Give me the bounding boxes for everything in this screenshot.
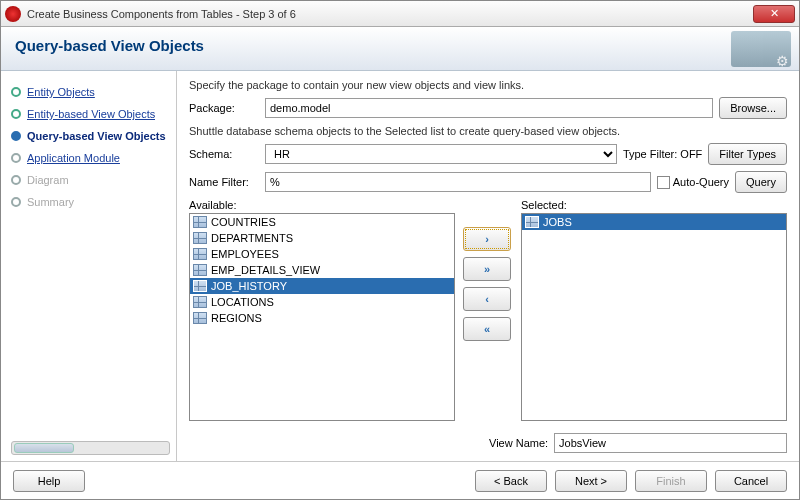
query-button[interactable]: Query xyxy=(735,171,787,193)
table-icon xyxy=(193,264,207,276)
name-filter-input[interactable] xyxy=(265,172,651,192)
step-label[interactable]: Query-based View Objects xyxy=(27,130,166,142)
table-icon xyxy=(193,312,207,324)
step-label: Diagram xyxy=(27,174,69,186)
list-item[interactable]: JOBS xyxy=(522,214,786,230)
table-icon xyxy=(193,232,207,244)
list-item-label: COUNTRIES xyxy=(211,216,276,228)
name-filter-label: Name Filter: xyxy=(189,176,259,188)
list-item-label: JOBS xyxy=(543,216,572,228)
move-all-right-button[interactable]: » xyxy=(463,257,511,281)
list-item-label: DEPARTMENTS xyxy=(211,232,293,244)
list-item[interactable]: DEPARTMENTS xyxy=(190,230,454,246)
filter-types-button[interactable]: Filter Types xyxy=(708,143,787,165)
table-icon xyxy=(193,216,207,228)
list-item[interactable]: EMP_DETAILS_VIEW xyxy=(190,262,454,278)
titlebar: Create Business Components from Tables -… xyxy=(1,1,799,27)
table-icon xyxy=(193,280,207,292)
view-name-input[interactable] xyxy=(554,433,787,453)
list-item[interactable]: LOCATIONS xyxy=(190,294,454,310)
available-label: Available: xyxy=(189,199,455,211)
step-indicator-icon xyxy=(11,197,21,207)
selected-label: Selected: xyxy=(521,199,787,211)
window-title: Create Business Components from Tables -… xyxy=(27,8,753,20)
list-item[interactable]: REGIONS xyxy=(190,310,454,326)
available-list[interactable]: COUNTRIESDEPARTMENTSEMPLOYEESEMP_DETAILS… xyxy=(189,213,455,421)
table-icon xyxy=(525,216,539,228)
move-right-button[interactable]: › xyxy=(463,227,511,251)
auto-query-checkbox[interactable]: Auto-Query xyxy=(657,176,729,189)
step-indicator-icon xyxy=(11,153,21,163)
table-icon xyxy=(193,296,207,308)
wizard-step: Summary xyxy=(11,191,170,213)
app-icon xyxy=(5,6,21,22)
scrollbar-thumb[interactable] xyxy=(14,443,74,453)
list-item-label: REGIONS xyxy=(211,312,262,324)
schema-select[interactable]: HR xyxy=(265,144,617,164)
step-indicator-icon xyxy=(11,131,21,141)
type-filter-label: Type Filter: OFF xyxy=(623,148,702,160)
list-item-label: LOCATIONS xyxy=(211,296,274,308)
step-indicator-icon xyxy=(11,87,21,97)
wizard-step: Diagram xyxy=(11,169,170,191)
selected-list[interactable]: JOBS xyxy=(521,213,787,421)
wizard-step[interactable]: Application Module xyxy=(11,147,170,169)
help-button[interactable]: Help xyxy=(13,470,85,492)
finish-button[interactable]: Finish xyxy=(635,470,707,492)
list-item-label: EMP_DETAILS_VIEW xyxy=(211,264,320,276)
step-label[interactable]: Application Module xyxy=(27,152,120,164)
move-left-button[interactable]: ‹ xyxy=(463,287,511,311)
package-input[interactable] xyxy=(265,98,713,118)
wizard-footer: Help < Back Next > Finish Cancel xyxy=(1,461,799,499)
schema-label: Schema: xyxy=(189,148,259,160)
back-button[interactable]: < Back xyxy=(475,470,547,492)
sidebar-scrollbar[interactable] xyxy=(11,441,170,455)
step-indicator-icon xyxy=(11,109,21,119)
move-all-left-button[interactable]: « xyxy=(463,317,511,341)
package-description: Specify the package to contain your new … xyxy=(189,79,787,91)
view-name-label: View Name: xyxy=(489,437,548,449)
wizard-step[interactable]: Query-based View Objects xyxy=(11,125,170,147)
step-label[interactable]: Entity-based View Objects xyxy=(27,108,155,120)
wizard-header: Query-based View Objects xyxy=(1,27,799,71)
wizard-step[interactable]: Entity-based View Objects xyxy=(11,103,170,125)
shuttle-description: Shuttle database schema objects to the S… xyxy=(189,125,787,137)
list-item[interactable]: EMPLOYEES xyxy=(190,246,454,262)
header-decoration-icon xyxy=(731,31,791,67)
wizard-step[interactable]: Entity Objects xyxy=(11,81,170,103)
list-item-label: JOB_HISTORY xyxy=(211,280,287,292)
list-item[interactable]: JOB_HISTORY xyxy=(190,278,454,294)
cancel-button[interactable]: Cancel xyxy=(715,470,787,492)
next-button[interactable]: Next > xyxy=(555,470,627,492)
page-title: Query-based View Objects xyxy=(15,37,785,54)
wizard-steps-sidebar: Entity ObjectsEntity-based View ObjectsQ… xyxy=(1,71,177,461)
browse-button[interactable]: Browse... xyxy=(719,97,787,119)
main-panel: Specify the package to contain your new … xyxy=(177,71,799,461)
package-label: Package: xyxy=(189,102,259,114)
step-indicator-icon xyxy=(11,175,21,185)
list-item[interactable]: COUNTRIES xyxy=(190,214,454,230)
table-icon xyxy=(193,248,207,260)
step-label[interactable]: Entity Objects xyxy=(27,86,95,98)
step-label: Summary xyxy=(27,196,74,208)
close-button[interactable]: ✕ xyxy=(753,5,795,23)
list-item-label: EMPLOYEES xyxy=(211,248,279,260)
